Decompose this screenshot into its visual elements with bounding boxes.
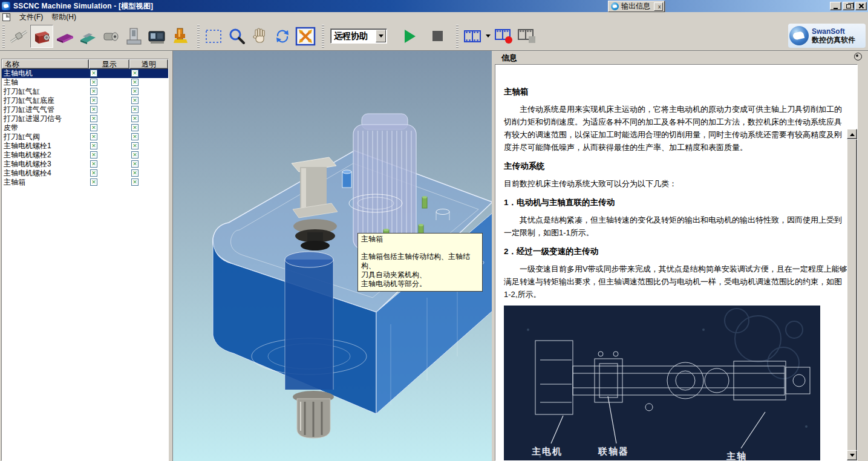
table-row[interactable]: 主轴✕✕ [2, 78, 168, 87]
table-row[interactable]: 主轴电机螺栓3✕✕ [2, 160, 168, 169]
show-checkbox[interactable]: ✕ [90, 97, 97, 104]
section-paragraph: 主传动系统是用来实现机床主运动的，它将主电动机的原动力变成可供主轴上刀具切削加工… [504, 103, 849, 154]
transparent-checkbox[interactable]: ✕ [131, 160, 139, 168]
show-checkbox[interactable]: ✕ [90, 142, 97, 149]
combo-dropdown-button[interactable] [376, 30, 386, 42]
transparent-checkbox[interactable]: ✕ [131, 115, 139, 122]
column-header-name[interactable]: 名称 [2, 59, 89, 69]
spindle-figure: 主电机联轴器主轴 [504, 306, 820, 461]
scroll-down-button[interactable] [847, 450, 857, 460]
part-name: 皮带 [4, 123, 18, 132]
toolbar-grip[interactable] [2, 25, 5, 48]
transparent-checkbox[interactable]: ✕ [131, 79, 139, 86]
table-row[interactable]: 打刀缸气阀✕✕ [2, 132, 168, 142]
table-row[interactable]: 主轴箱✕✕ [2, 178, 168, 187]
transparent-checkbox[interactable]: ✕ [131, 106, 139, 113]
toolbar-grip[interactable] [456, 25, 458, 48]
scrollbar-thumb[interactable] [847, 139, 857, 461]
table-row[interactable]: 打刀缸气缸✕✕ [2, 87, 168, 96]
show-checkbox[interactable]: ✕ [90, 115, 97, 122]
transparent-checkbox[interactable]: ✕ [131, 142, 139, 149]
table-row[interactable]: 主轴电机螺栓2✕✕ [2, 151, 168, 160]
restore-button[interactable] [843, 2, 854, 10]
tool-toolpost-button[interactable] [168, 25, 191, 48]
tool-machine-button[interactable] [145, 25, 168, 48]
spindle-box-icon [32, 27, 51, 46]
record-button[interactable] [492, 25, 515, 48]
scrollbar[interactable] [847, 129, 857, 460]
app-icon [2, 2, 10, 10]
table-row[interactable]: 打刀缸进退刀信号✕✕ [2, 114, 168, 123]
show-checkbox[interactable]: ✕ [90, 169, 97, 177]
table-row[interactable]: 主轴电机螺栓1✕✕ [2, 142, 168, 151]
remote-assist-value: 远程协助 [331, 31, 376, 42]
toolbar-grip[interactable] [197, 25, 200, 48]
table-row[interactable]: 皮带✕✕ [2, 123, 168, 132]
show-checkbox[interactable]: ✕ [90, 106, 97, 113]
show-checkbox[interactable]: ✕ [90, 88, 97, 95]
table-row[interactable]: 打刀缸气缸底座✕✕ [2, 96, 168, 105]
menu-item-0[interactable]: 文件(F) [15, 11, 47, 23]
minimize-button[interactable] [830, 2, 841, 10]
movie-dropdown-button[interactable] [484, 25, 492, 48]
show-checkbox[interactable]: ✕ [90, 160, 97, 168]
menu-item-1[interactable]: 帮助(H) [47, 11, 80, 23]
close-button[interactable] [855, 2, 867, 10]
part-name: 主轴电机螺栓2 [4, 151, 51, 160]
section-heading: 2．经过一级变速的主传动 [504, 245, 849, 258]
pan-hand-icon [251, 27, 268, 45]
play-icon [405, 30, 422, 43]
part-name: 打刀缸进气气管 [4, 105, 54, 114]
tool-spindle-box-button[interactable] [30, 25, 53, 48]
show-checkbox[interactable]: ✕ [90, 133, 97, 140]
table-row[interactable]: 主轴电机螺栓4✕✕ [2, 169, 168, 178]
table-row[interactable]: 打刀缸进气气管✕✕ [2, 105, 168, 114]
saddle-icon [78, 27, 97, 46]
pin-icon[interactable] [854, 53, 862, 60]
tooltip-title: 主轴箱 [361, 235, 478, 244]
show-checkbox[interactable]: ✕ [90, 151, 97, 159]
stop-record-button[interactable] [515, 25, 538, 48]
transparent-checkbox[interactable]: ✕ [131, 97, 139, 104]
play-button[interactable] [399, 25, 422, 48]
tool-worktable-button[interactable] [53, 25, 76, 48]
section-paragraph: 目前数控机床主传动系统大致可以分为以下几类： [504, 177, 849, 190]
column-header-transparent[interactable]: 透明 [129, 59, 168, 69]
show-checkbox[interactable]: ✕ [90, 178, 97, 186]
model-viewport[interactable]: 主轴箱 主轴箱包括主轴传动结构、主轴结构、刀具自动夹紧机构、主轴电动机等部分。 [172, 51, 492, 461]
remote-assist-combobox[interactable]: 远程协助 [330, 28, 387, 44]
stop-button[interactable] [426, 25, 449, 48]
fit-view-button[interactable] [294, 25, 317, 48]
zoom-button[interactable] [225, 25, 248, 48]
show-checkbox[interactable]: ✕ [90, 124, 97, 131]
tool-spindle-button[interactable] [99, 25, 122, 48]
movie-button[interactable] [461, 25, 484, 48]
tool-saddle-button[interactable] [76, 25, 99, 48]
info-panel-title: 信息 [501, 53, 517, 62]
show-checkbox[interactable]: ✕ [90, 79, 97, 86]
table-row[interactable]: 主轴电机✕✕ [2, 69, 168, 78]
transparent-checkbox[interactable]: ✕ [131, 124, 139, 131]
select-region-button[interactable] [202, 25, 225, 48]
pan-button[interactable] [248, 25, 271, 48]
transparent-checkbox[interactable]: ✕ [131, 88, 139, 95]
rotate-button[interactable] [271, 25, 294, 48]
transparent-checkbox[interactable]: ✕ [131, 70, 139, 77]
toolbar-grip[interactable] [322, 25, 324, 48]
toolpost-icon [170, 27, 189, 46]
tool-ballscrew-button[interactable] [7, 25, 30, 48]
transparent-checkbox[interactable]: ✕ [131, 133, 139, 140]
movie-icon [463, 30, 481, 43]
show-checkbox[interactable]: ✕ [90, 70, 97, 77]
transparent-checkbox[interactable]: ✕ [131, 151, 139, 159]
transparent-checkbox[interactable]: ✕ [131, 169, 139, 177]
transparent-checkbox[interactable]: ✕ [131, 178, 139, 186]
scroll-up-button[interactable] [847, 129, 857, 139]
output-info-close-button[interactable]: x [654, 2, 663, 11]
menu-bar: 文件(F)帮助(H) [0, 12, 868, 22]
column-header-show[interactable]: 显示 [89, 59, 129, 69]
title-bar[interactable]: SSCNC Machine Simulation - [模型视图] 输出信息 x [0, 0, 868, 12]
info-panel-content: 主轴箱 主传动系统是用来实现机床主运动的，它将主电动机的原动力变成可供主轴上刀具… [495, 64, 858, 461]
output-info-floating-window[interactable]: 输出信息 x [608, 1, 665, 12]
tool-column-button[interactable] [122, 25, 145, 48]
